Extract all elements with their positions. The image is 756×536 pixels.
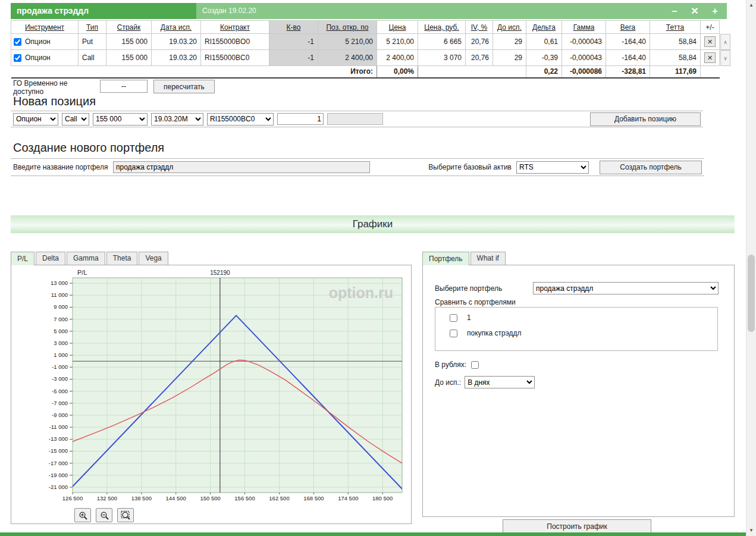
- totals-row: Итого: 0,00% 0,22 -0,000086 -328,81 117,…: [11, 66, 720, 78]
- compare-portfolio-item[interactable]: 1: [435, 310, 717, 325]
- new-position-instrument-select[interactable]: Опцион: [13, 113, 58, 126]
- column-header[interactable]: Страйк: [106, 21, 152, 34]
- column-header[interactable]: Контракт: [201, 21, 269, 34]
- rub-label: В рублях:: [435, 361, 466, 369]
- go-unavailable-label: ГО Временно не доступно: [13, 79, 76, 96]
- column-header[interactable]: Поз. откр. по: [318, 21, 377, 34]
- cell: 0,61: [526, 34, 562, 50]
- remove-cell: ✕: [701, 34, 720, 50]
- chart-tab-theta[interactable]: Theta: [106, 252, 138, 265]
- chart-tab-gamma[interactable]: Gamma: [67, 252, 105, 265]
- delete-position-icon[interactable]: ✕: [704, 52, 716, 63]
- create-portfolio-button[interactable]: Создать портфель: [600, 161, 702, 174]
- cell: 5 210,00: [318, 34, 377, 50]
- page-scrollbar[interactable]: ▲ ▼: [746, 0, 756, 536]
- compare-portfolio-item[interactable]: покупка стрэддл: [435, 325, 717, 341]
- cell: -0,000043: [562, 34, 606, 50]
- column-header[interactable]: Дельта: [526, 21, 562, 34]
- zoom-in-icon[interactable]: [74, 508, 91, 522]
- svg-text:P/L: P/L: [77, 269, 87, 276]
- new-position-price-input[interactable]: [327, 113, 383, 125]
- svg-text:-19 000: -19 000: [49, 472, 68, 478]
- column-header[interactable]: Тетта: [650, 21, 701, 34]
- cell: 2 400,00: [318, 50, 377, 66]
- delete-position-icon[interactable]: ✕: [704, 36, 716, 47]
- column-header[interactable]: IV, %: [466, 21, 493, 34]
- new-position-quantity-input[interactable]: [277, 113, 324, 125]
- go-value-input[interactable]: [100, 80, 148, 93]
- new-position-contract-select[interactable]: RI155000BC0: [207, 113, 274, 126]
- zoom-area-icon[interactable]: [117, 508, 134, 522]
- column-header[interactable]: Дата исп.: [152, 21, 201, 34]
- close-icon[interactable]: ✕: [689, 5, 701, 17]
- portfolio-select[interactable]: продажа стрэддл: [533, 282, 719, 294]
- cell: 20,76: [466, 50, 493, 66]
- table-scrollbar: ∧ ∨: [720, 34, 730, 66]
- panel-tab-what-if[interactable]: What if: [470, 252, 506, 265]
- svg-text:7 000: 7 000: [54, 316, 68, 322]
- column-header[interactable]: Инструмент: [11, 21, 79, 34]
- svg-text:11 000: 11 000: [51, 291, 68, 298]
- scroll-up-icon[interactable]: ▲: [746, 1, 756, 10]
- base-asset-select[interactable]: RTS: [516, 161, 589, 174]
- cell: -1: [269, 50, 318, 66]
- totals-theta: 117,69: [650, 66, 701, 78]
- cell: 5 210,00: [377, 34, 418, 50]
- totals-delta: 0,22: [526, 66, 562, 78]
- add-position-button[interactable]: Добавить позицию: [590, 112, 701, 126]
- cell: RI155000BO0: [201, 34, 269, 50]
- svg-text:-1 000: -1 000: [52, 363, 68, 370]
- svg-text:-3 000: -3 000: [52, 375, 68, 382]
- svg-text:-13 000: -13 000: [49, 435, 68, 442]
- portfolio-name-input[interactable]: [113, 161, 370, 173]
- column-header[interactable]: Тип: [79, 21, 106, 34]
- compare-checkbox[interactable]: [450, 314, 457, 322]
- column-header[interactable]: К-во: [269, 21, 318, 34]
- chart-tab-p-l[interactable]: P/L: [11, 252, 34, 265]
- table-scroll-up-icon[interactable]: ∧: [720, 34, 730, 50]
- totals-spacer: [11, 66, 318, 78]
- chart-tab-delta[interactable]: Delta: [36, 252, 65, 265]
- portfolio-titlebar: продажа стрэддл Создан 19.02.20 –✕+: [11, 3, 727, 19]
- compare-checkbox[interactable]: [450, 330, 457, 337]
- svg-text:1 000: 1 000: [54, 352, 68, 358]
- panel-tab-портфель[interactable]: Портфель: [422, 252, 469, 265]
- cell: 2 400,00: [377, 50, 418, 66]
- portfolio-name-label: Введите название портфеля: [13, 163, 113, 171]
- position-enabled-checkbox[interactable]: [14, 38, 21, 46]
- table-scroll-down-icon[interactable]: ∨: [720, 50, 730, 66]
- new-position-type-select[interactable]: Call: [62, 113, 89, 126]
- column-header[interactable]: Цена: [377, 21, 418, 34]
- portfolio-tabs: ПортфельWhat if: [422, 252, 506, 265]
- build-chart-button[interactable]: Построить график: [503, 519, 651, 533]
- add-icon[interactable]: +: [709, 6, 721, 17]
- zoom-out-icon[interactable]: [96, 508, 112, 522]
- svg-text:162 500: 162 500: [269, 495, 289, 501]
- svg-text:132 500: 132 500: [97, 495, 117, 501]
- chart-tabs: P/LDeltaGammaThetaVega: [11, 252, 168, 265]
- new-position-strike-select[interactable]: 155 000: [93, 113, 148, 126]
- column-header[interactable]: Вега: [606, 21, 650, 34]
- position-enabled-checkbox[interactable]: [14, 54, 21, 62]
- days-option-row: До исп.: В днях: [435, 376, 535, 388]
- svg-text:-7 000: -7 000: [52, 400, 68, 406]
- cell: -1: [269, 34, 318, 50]
- svg-text:156 500: 156 500: [234, 495, 255, 501]
- days-select[interactable]: В днях: [465, 376, 535, 388]
- totals-gamma: -0,000086: [562, 66, 606, 78]
- column-header: +/-: [701, 21, 720, 34]
- column-header[interactable]: Цена, руб.: [418, 21, 466, 34]
- column-header[interactable]: Гамма: [562, 21, 606, 34]
- position-row: ОпционPut155 00019.03.20RI155000BO0-15 2…: [11, 34, 720, 50]
- recalculate-button[interactable]: пересчитать: [153, 80, 215, 93]
- column-header[interactable]: До исп.: [493, 21, 526, 34]
- rub-checkbox[interactable]: [471, 361, 479, 369]
- scroll-down-icon[interactable]: ▼: [746, 526, 756, 535]
- minimize-icon[interactable]: –: [669, 6, 680, 17]
- new-position-expiry-select[interactable]: 19.03.20M: [151, 113, 203, 126]
- scrollbar-thumb[interactable]: [748, 255, 755, 332]
- chart-tab-vega[interactable]: Vega: [139, 252, 168, 265]
- svg-text:152190: 152190: [210, 269, 230, 276]
- titlebar-light-section: [196, 3, 727, 19]
- cell: -164,40: [606, 34, 650, 50]
